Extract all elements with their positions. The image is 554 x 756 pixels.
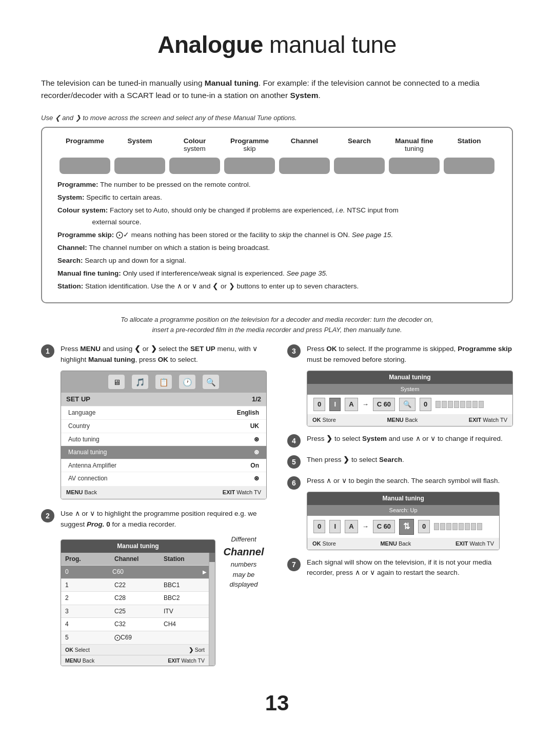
ts-row-2: 2 C28 BBC2	[61, 591, 209, 605]
ts-cell-channel-3: C25	[110, 605, 160, 618]
mt-bar-s1	[434, 523, 439, 530]
step-4-num: 4	[287, 434, 301, 448]
step-2-num: 2	[41, 509, 54, 522]
ts-scrollbar-thumb	[209, 553, 215, 562]
icon-music: 🎵	[132, 375, 148, 389]
setup-footer-exit: EXIT Watch TV	[223, 488, 261, 497]
ts-cell-station-0	[155, 566, 203, 578]
setup-value-language: English	[237, 408, 259, 418]
opt-colour: Coloursystem	[167, 137, 222, 152]
mt-footer-menu-2: MENU Back	[380, 539, 411, 548]
setup-title-row: SET UP 1/2	[61, 393, 266, 406]
mt-cell-search-icon: 🔍	[399, 398, 416, 411]
mt-bar-1	[436, 401, 441, 408]
mt-bar-s7	[471, 523, 476, 530]
ts-footer-ok: OK Select	[65, 646, 90, 654]
mt-bar-7	[472, 401, 478, 408]
buttons-row	[57, 158, 497, 174]
opt-manfine: Manual finetuning	[387, 137, 442, 152]
step-1: 1 Press MENU and using ❮ or ❯ select the…	[41, 344, 267, 499]
icon-settings: 📋	[155, 375, 172, 389]
step-2-text: Use ∧ or ∨ to highlight the programme po…	[61, 509, 267, 666]
diff-numbers: numbersmay bedisplayed	[230, 560, 258, 588]
ts-cell-channel-0: C60	[108, 566, 155, 578]
mt-cell-0b: 0	[420, 398, 431, 411]
setup-row-antenna: Antenna Amplifier On	[61, 459, 266, 472]
mt-cell-I: I	[329, 398, 341, 411]
ts-row-5: 5 ⨀C69	[61, 631, 209, 644]
ts-cell-channel-2: C28	[110, 592, 160, 605]
mt-bar-s5	[459, 523, 464, 530]
mt-cell-s0b: 0	[418, 520, 430, 533]
ts-main: Prog. Channel Station 0 C60 ▶	[61, 553, 209, 666]
mt-cell-A: A	[345, 398, 358, 411]
setup-row-language: Language English	[61, 406, 266, 419]
remote-btn-3	[169, 158, 220, 174]
setup-row-country: Country UK	[61, 419, 266, 433]
diff-different: Different	[231, 535, 256, 543]
page-title: Analogue manual tune	[41, 31, 513, 59]
mt-footer-ok-1: OK Store	[312, 416, 336, 424]
setup-row-manualtuning: Manual tuning ⊛	[61, 445, 266, 459]
step-3-text: Press OK to select. If the programme is …	[307, 344, 513, 427]
step-1-text: Press MENU and using ❮ or ❯ select the S…	[61, 344, 267, 499]
diff-channel-note: Different Channel numbersmay bedisplayed	[221, 534, 267, 590]
ts-scrollbar	[209, 553, 215, 666]
table-screen: Manual tuning Prog. Channel Station	[61, 539, 215, 666]
ts-row-1: 1 C22 BBC1	[61, 578, 209, 592]
setup-row-autotuning: Auto tuning ⊛	[61, 433, 266, 446]
setup-label-country: Country	[68, 421, 90, 431]
ts-title: Manual tuning	[61, 540, 215, 553]
mt-cell-0: 0	[313, 398, 325, 411]
mt-bar-3	[448, 401, 453, 408]
step-5-num: 5	[287, 455, 301, 469]
step-4-text: Press ❯ to select System and use ∧ or ∨ …	[307, 434, 503, 444]
setup-footer-menu: MENU Back	[66, 488, 97, 497]
mt-cell-C60: C 60	[373, 398, 395, 411]
ts-cell-prog-5: 5	[61, 631, 110, 644]
ts-footer2: MENU Back EXIT Watch TV	[61, 655, 209, 666]
title-bold: Analogue	[157, 31, 263, 58]
remote-btn-7	[389, 158, 440, 174]
remote-btn-8	[444, 158, 494, 174]
setup-label-language: Language	[68, 408, 95, 418]
icon-tv: 🖥	[108, 375, 125, 389]
mt-subtitle-search: Search: Up	[307, 505, 499, 516]
mt-footer-exit-1: EXIT Watch TV	[469, 416, 507, 424]
options-box: Programme System Coloursystem Programmes…	[41, 127, 513, 303]
ts-cell-station-3: ITV	[160, 605, 209, 618]
mt-bar-s6	[465, 523, 470, 530]
ts-cell-prog-3: 3	[61, 605, 110, 618]
descriptions: Programme: The number to be pressed on t…	[57, 179, 497, 292]
remote-btn-2	[114, 158, 165, 174]
main-content: 1 Press MENU and using ❮ or ❯ select the…	[41, 344, 513, 675]
setup-label-av: AV connection	[68, 474, 108, 483]
setup-value-country: UK	[250, 421, 259, 431]
step-1-num: 1	[41, 344, 54, 358]
mt-cell-sI: I	[329, 520, 341, 533]
mt-bar-2	[442, 401, 447, 408]
step-6-text: Press ∧ or ∨ to begin the search. The se…	[307, 476, 500, 550]
mt-display-2: 0 I A → C 60 ⇅ 0	[307, 516, 499, 538]
ts-cell-prog-0: 0	[61, 566, 108, 578]
ts-footer-menu: MENU Back	[65, 656, 94, 665]
step-6-num: 6	[287, 476, 301, 490]
ts-col-station: Station	[160, 553, 209, 566]
mt-title-1: Manual tuning	[307, 371, 512, 384]
manual-tuning-screen-search: Manual tuning Search: Up 0 I A → C 60 ⇅ …	[307, 492, 500, 550]
mt-footer-1: OK Store MENU Back EXIT Watch TV	[307, 414, 512, 426]
ts-row-0: 0 C60 ▶	[61, 565, 209, 578]
mt-bars-2	[434, 523, 482, 530]
ts-cell-channel-1: C22	[110, 579, 160, 592]
mt-footer-exit-2: EXIT Watch TV	[456, 539, 494, 548]
step-5-text: Then press ❯ to select Search.	[307, 455, 404, 466]
ts-row-4: 4 C32 CH4	[61, 617, 209, 631]
mt-title-2: Manual tuning	[307, 492, 499, 505]
mt-bar-6	[466, 401, 471, 408]
setup-value-antenna: On	[250, 461, 259, 471]
step-3: 3 Press OK to select. If the programme i…	[287, 344, 513, 427]
setup-title: SET UP	[66, 394, 90, 404]
ts-cell-station-1: BBC1	[160, 579, 209, 592]
mt-bar-s8	[477, 523, 482, 530]
step-7-num: 7	[287, 558, 301, 571]
